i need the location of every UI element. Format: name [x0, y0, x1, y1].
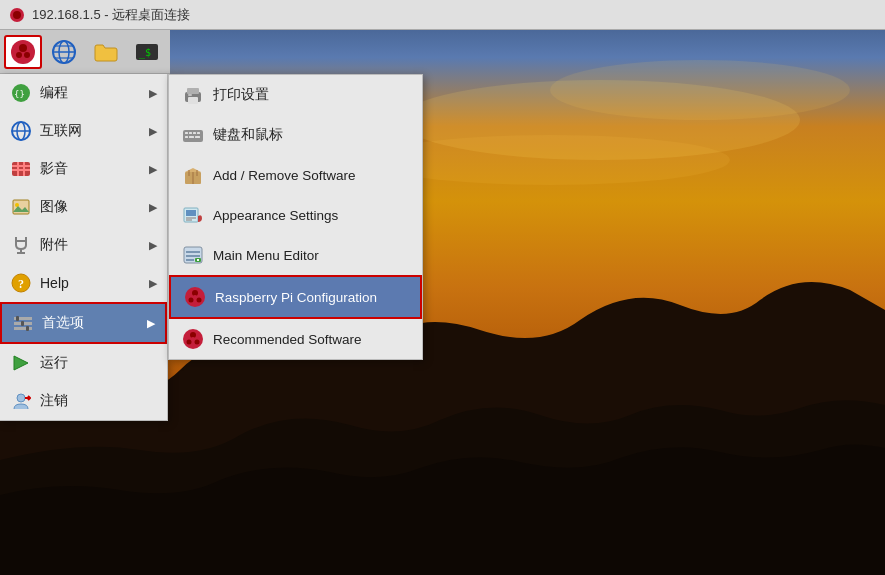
titlebar: 192.168.1.5 - 远程桌面连接 — [0, 0, 885, 30]
svg-point-28 — [15, 203, 19, 207]
titlebar-raspi-icon — [8, 6, 26, 24]
appearance-icon — [181, 203, 205, 227]
arrow-media: ▶ — [149, 163, 157, 176]
svg-point-5 — [13, 11, 21, 19]
svg-rect-35 — [14, 327, 32, 330]
submenu-label-print: 打印设置 — [213, 86, 269, 104]
menu-item-help[interactable]: ? Help ▶ — [0, 264, 167, 302]
submenu-label-keyboard: 键盘和鼠标 — [213, 126, 283, 144]
menu-item-preferences[interactable]: 首选项 ▶ — [0, 302, 167, 344]
menu-label-internet: 互联网 — [40, 122, 82, 140]
submenu-preferences: 打印设置 键盘和鼠标 — [168, 74, 423, 360]
submenu-label-add-remove: Add / Remove Software — [213, 168, 356, 183]
menu-item-image[interactable]: 图像 ▶ — [0, 188, 167, 226]
menu-item-media[interactable]: 影音 ▶ — [0, 150, 167, 188]
menu-label-run: 运行 — [40, 354, 68, 372]
svg-point-40 — [17, 394, 25, 402]
submenu-item-add-remove[interactable]: Add / Remove Software — [169, 155, 422, 195]
menu-label-preferences: 首选项 — [42, 314, 84, 332]
svg-marker-39 — [14, 356, 28, 370]
svg-point-9 — [24, 52, 30, 58]
menu-item-programming[interactable]: {} 编程 ▶ — [0, 74, 167, 112]
accessories-icon — [10, 234, 32, 256]
svg-rect-51 — [185, 136, 188, 138]
submenu-item-keyboard[interactable]: 键盘和鼠标 — [169, 115, 422, 155]
submenu-label-raspi-config: Raspberry Pi Configuration — [215, 290, 377, 305]
submenu-label-appearance: Appearance Settings — [213, 208, 338, 223]
svg-point-79 — [191, 337, 195, 341]
taskbar-raspi-button[interactable] — [4, 35, 42, 69]
submenu-item-print[interactable]: 打印设置 — [169, 75, 422, 115]
svg-rect-37 — [21, 321, 24, 326]
menu-label-programming: 编程 — [40, 84, 68, 102]
svg-rect-43 — [187, 88, 199, 94]
svg-rect-45 — [188, 94, 192, 96]
svg-rect-49 — [193, 132, 196, 134]
titlebar-text: 192.168.1.5 - 远程桌面连接 — [32, 6, 190, 24]
menu-item-accessories[interactable]: 附件 ▶ — [0, 226, 167, 264]
run-icon — [10, 352, 32, 374]
taskbar-files-button[interactable] — [87, 35, 124, 69]
svg-point-2 — [550, 60, 850, 120]
programming-icon: {} — [10, 82, 32, 104]
svg-rect-60 — [186, 210, 196, 216]
svg-marker-55 — [185, 168, 201, 172]
media-icon — [10, 158, 32, 180]
image-icon — [10, 196, 32, 218]
arrow-programming: ▶ — [149, 87, 157, 100]
svg-rect-36 — [16, 316, 19, 321]
arrow-image: ▶ — [149, 201, 157, 214]
svg-point-8 — [16, 52, 22, 58]
submenu-item-appearance[interactable]: Appearance Settings — [169, 195, 422, 235]
svg-rect-44 — [188, 97, 198, 104]
menu-editor-icon — [181, 243, 205, 267]
menu-label-logout: 注销 — [40, 392, 68, 410]
svg-point-7 — [19, 44, 27, 52]
package-icon — [181, 163, 205, 187]
svg-point-77 — [187, 340, 192, 345]
menu-item-internet[interactable]: 互联网 ▶ — [0, 112, 167, 150]
menu-label-accessories: 附件 — [40, 236, 68, 254]
submenu-label-recommended: Recommended Software — [213, 332, 362, 347]
svg-rect-48 — [189, 132, 192, 134]
submenu-item-raspi-config[interactable]: Raspberry Pi Configuration — [169, 275, 422, 319]
svg-text:?: ? — [18, 277, 24, 291]
svg-rect-50 — [197, 132, 200, 134]
svg-point-74 — [193, 295, 197, 299]
svg-rect-52 — [189, 136, 194, 138]
svg-text:{}: {} — [14, 89, 25, 99]
submenu-item-recommended[interactable]: Recommended Software — [169, 319, 422, 359]
logout-icon — [10, 390, 32, 412]
menu-label-image: 图像 — [40, 198, 68, 216]
arrow-accessories: ▶ — [149, 239, 157, 252]
raspi-config-icon — [183, 285, 207, 309]
svg-point-72 — [189, 298, 194, 303]
svg-rect-38 — [26, 326, 29, 331]
menu-label-media: 影音 — [40, 160, 68, 178]
keyboard-icon — [181, 123, 205, 147]
svg-point-78 — [195, 340, 200, 345]
submenu-item-menu-editor[interactable]: Main Menu Editor — [169, 235, 422, 275]
taskbar-terminal-button[interactable]: _$ — [129, 35, 166, 69]
main-menu: {} 编程 ▶ 互联网 ▶ 影音 ▶ — [0, 74, 168, 421]
menu-label-help: Help — [40, 275, 69, 291]
svg-text:_$: _$ — [139, 47, 151, 59]
svg-rect-53 — [195, 136, 200, 138]
arrow-help: ▶ — [149, 277, 157, 290]
recommended-icon — [181, 327, 205, 351]
printer-icon — [181, 83, 205, 107]
arrow-internet: ▶ — [149, 125, 157, 138]
taskbar: _$ — [0, 30, 170, 74]
help-icon: ? — [10, 272, 32, 294]
taskbar-browser-button[interactable] — [46, 35, 83, 69]
menu-item-logout[interactable]: 注销 — [0, 382, 167, 420]
arrow-preferences: ▶ — [147, 317, 155, 330]
menu-item-run[interactable]: 运行 — [0, 344, 167, 382]
svg-point-3 — [370, 135, 730, 185]
svg-rect-47 — [185, 132, 188, 134]
preferences-icon — [12, 312, 34, 334]
internet-icon — [10, 120, 32, 142]
svg-point-73 — [197, 298, 202, 303]
submenu-label-menu-editor: Main Menu Editor — [213, 248, 319, 263]
